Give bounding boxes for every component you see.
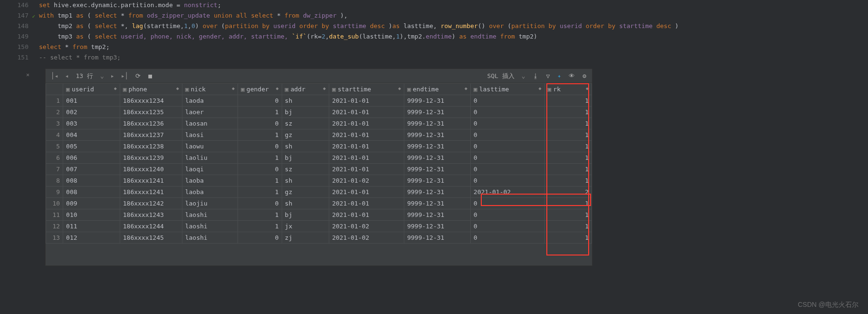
cell-nick[interactable]: laoqi <box>182 164 238 175</box>
cell-starttime[interactable]: 2021-01-01 <box>329 141 404 152</box>
chevron-down-icon[interactable]: ⌄ <box>520 72 527 79</box>
cell-starttime[interactable]: 2021-01-01 <box>329 152 404 164</box>
cell-rk[interactable]: 1 <box>544 107 591 118</box>
cell-starttime[interactable]: 2021-01-02 <box>329 221 404 232</box>
cell-userid[interactable]: 003 <box>63 118 120 129</box>
cell-gender[interactable]: 1 <box>238 221 282 232</box>
cell-nick[interactable]: laoshi <box>182 209 238 221</box>
cell-endtime[interactable]: 9999-12-31 <box>404 141 470 152</box>
column-lasttime[interactable]: ▣lasttime◆ <box>470 84 544 95</box>
cell-phone[interactable]: 186xxxx1243 <box>120 209 182 221</box>
cell-nick[interactable]: laosi <box>182 129 238 141</box>
table-row[interactable]: 11010186xxxx1243laoshi1bj2021-01-019999-… <box>46 209 592 221</box>
column-rk[interactable]: ▣rk◆ <box>544 84 591 95</box>
cell-rk[interactable]: 1 <box>544 95 591 107</box>
cell-gender[interactable]: 1 <box>238 209 282 221</box>
results-table[interactable]: ▣userid◆▣phone◆▣nick◆▣gender◆▣addr◆▣star… <box>46 83 592 244</box>
cell-endtime[interactable]: 9999-12-31 <box>404 164 470 175</box>
cell-endtime[interactable]: 9999-12-31 <box>404 107 470 118</box>
cell-addr[interactable]: sz <box>282 118 329 129</box>
table-row[interactable]: 2002186xxxx1235laoer1bj2021-01-019999-12… <box>46 107 592 118</box>
cell-phone[interactable]: 186xxxx1238 <box>120 141 182 152</box>
cell-lasttime[interactable]: 0 <box>470 175 544 186</box>
cell-nick[interactable]: laoba <box>182 186 238 198</box>
cell-rk[interactable]: 1 <box>544 129 591 141</box>
cell-nick[interactable]: laoer <box>182 107 238 118</box>
next-page-icon[interactable]: ▸ <box>109 72 116 79</box>
cell-starttime[interactable]: 2021-01-02 <box>329 232 404 244</box>
cell-rk[interactable]: 1 <box>544 152 591 164</box>
row-count-label[interactable]: 13 行 <box>76 72 93 80</box>
cell-lasttime[interactable]: 2021-01-02 <box>470 186 544 198</box>
cell-endtime[interactable]: 9999-12-31 <box>404 209 470 221</box>
cell-nick[interactable]: laojiu <box>182 198 238 209</box>
table-row[interactable]: 8008186xxxx1241laoba1sh2021-01-029999-12… <box>46 175 592 186</box>
cell-lasttime[interactable]: 0 <box>470 221 544 232</box>
cell-userid[interactable]: 009 <box>63 198 120 209</box>
cell-rk[interactable]: 1 <box>544 175 591 186</box>
cell-starttime[interactable]: 2021-01-02 <box>329 175 404 186</box>
chevron-down-icon[interactable]: ⌄ <box>99 72 105 79</box>
stop-icon[interactable]: ■ <box>146 72 154 79</box>
cell-phone[interactable]: 186xxxx1234 <box>120 95 182 107</box>
cell-phone[interactable]: 186xxxx1236 <box>120 118 182 129</box>
cell-phone[interactable]: 186xxxx1241 <box>120 186 182 198</box>
cell-starttime[interactable]: 2021-01-01 <box>329 198 404 209</box>
cell-userid[interactable]: 007 <box>63 164 120 175</box>
cell-starttime[interactable]: 2021-01-01 <box>329 118 404 129</box>
cell-gender[interactable]: 0 <box>238 198 282 209</box>
cell-phone[interactable]: 186xxxx1241 <box>120 175 182 186</box>
cell-lasttime[interactable]: 0 <box>470 209 544 221</box>
cell-rk[interactable]: 1 <box>544 232 591 244</box>
cell-userid[interactable]: 011 <box>63 221 120 232</box>
cell-addr[interactable]: sh <box>282 198 329 209</box>
cell-addr[interactable]: sz <box>282 164 329 175</box>
cell-gender[interactable]: 0 <box>238 118 282 129</box>
code-area[interactable]: set hive.exec.dynamic.partition.mode = n… <box>37 0 868 63</box>
cell-userid[interactable]: 008 <box>63 186 120 198</box>
cell-lasttime[interactable]: 0 <box>470 118 544 129</box>
cell-addr[interactable]: gz <box>282 129 329 141</box>
cell-gender[interactable]: 0 <box>238 164 282 175</box>
code-editor[interactable]: ✓ 146147148149150151 set hive.exec.dynam… <box>0 0 868 63</box>
column-phone[interactable]: ▣phone◆ <box>120 84 182 95</box>
cell-nick[interactable]: laoda <box>182 95 238 107</box>
cell-endtime[interactable]: 9999-12-31 <box>404 118 470 129</box>
cell-userid[interactable]: 006 <box>63 152 120 164</box>
cell-phone[interactable]: 186xxxx1240 <box>120 164 182 175</box>
table-row[interactable]: 1001186xxxx1234laoda0sh2021-01-019999-12… <box>46 95 592 107</box>
eye-icon[interactable]: 👁 <box>567 72 577 79</box>
cell-gender[interactable]: 1 <box>238 107 282 118</box>
table-row[interactable]: 9008186xxxx1241laoba1gz2021-01-019999-12… <box>46 186 592 198</box>
cell-rk[interactable]: 1 <box>544 118 591 129</box>
column-gender[interactable]: ▣gender◆ <box>238 84 282 95</box>
cell-endtime[interactable]: 9999-12-31 <box>404 198 470 209</box>
cell-starttime[interactable]: 2021-01-01 <box>329 129 404 141</box>
cell-rk[interactable]: 1 <box>544 164 591 175</box>
cell-nick[interactable]: laoba <box>182 175 238 186</box>
cell-starttime[interactable]: 2021-01-01 <box>329 209 404 221</box>
cell-gender[interactable]: 0 <box>238 141 282 152</box>
cell-endtime[interactable]: 9999-12-31 <box>404 186 470 198</box>
column-addr[interactable]: ▣addr◆ <box>282 84 329 95</box>
cell-lasttime[interactable]: 0 <box>470 95 544 107</box>
cell-gender[interactable]: 0 <box>238 95 282 107</box>
cell-nick[interactable]: laoshi <box>182 221 238 232</box>
cell-userid[interactable]: 008 <box>63 175 120 186</box>
cell-endtime[interactable]: 9999-12-31 <box>404 175 470 186</box>
cell-addr[interactable]: gz <box>282 186 329 198</box>
cell-addr[interactable]: sh <box>282 141 329 152</box>
prev-page-icon[interactable]: ◂ <box>64 72 70 79</box>
cell-rk[interactable]: 1 <box>544 141 591 152</box>
cell-userid[interactable]: 010 <box>63 209 120 221</box>
cell-addr[interactable]: zj <box>282 232 329 244</box>
cell-gender[interactable]: 1 <box>238 175 282 186</box>
cell-starttime[interactable]: 2021-01-01 <box>329 107 404 118</box>
cell-lasttime[interactable]: 0 <box>470 198 544 209</box>
cell-nick[interactable]: laoliu <box>182 152 238 164</box>
cell-phone[interactable]: 186xxxx1242 <box>120 198 182 209</box>
cell-addr[interactable]: bj <box>282 107 329 118</box>
gear-icon[interactable]: ⚙ <box>581 72 588 79</box>
cell-endtime[interactable]: 9999-12-31 <box>404 129 470 141</box>
cell-rk[interactable]: 1 <box>544 221 591 232</box>
